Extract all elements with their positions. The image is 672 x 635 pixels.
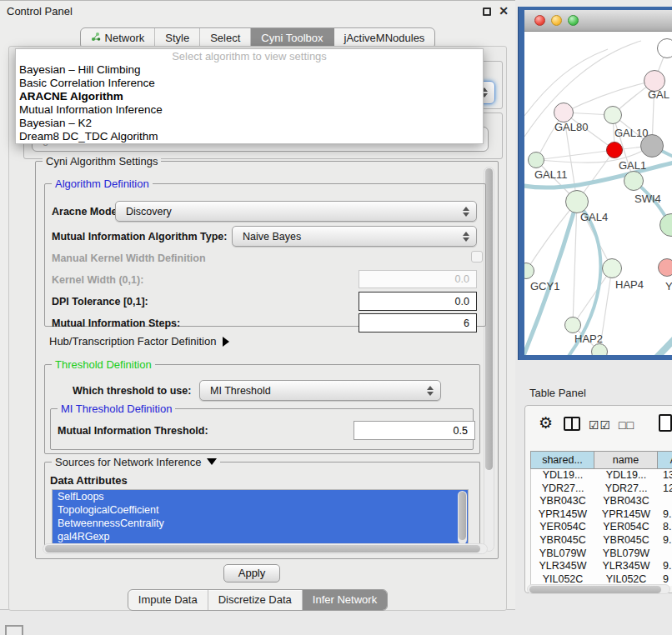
dpi-tolerance-label: DPI Tolerance [0,1]: (52, 296, 148, 308)
float-window-icon[interactable] (483, 8, 491, 16)
network-node[interactable] (564, 317, 581, 333)
node-label: GAL10 (614, 127, 648, 139)
node-label: GAL11 (534, 168, 568, 181)
zoom-traffic-light[interactable] (568, 15, 579, 26)
network-node[interactable] (602, 258, 622, 278)
node-label: GAL4 (580, 211, 608, 223)
table-row[interactable]: YPR145WYPR145W9. (531, 508, 672, 522)
table-panel: ⚙ ☑☑ □□ shared... name A YDL19...YDL19..… (524, 405, 672, 593)
list-item[interactable]: gal4RGexp (53, 530, 468, 543)
sources-group: Sources for Network Inference Data Attri… (44, 462, 480, 550)
settings-scrollbar-thumb[interactable] (485, 168, 493, 470)
table-header-row: shared... name A (530, 451, 672, 469)
aracne-mode-combobox[interactable]: Discovery (115, 201, 477, 222)
node-label: GAL1 (619, 159, 646, 172)
dropdown-placeholder: Select algorithm to view settings (16, 49, 483, 63)
tab-impute-data[interactable]: Impute Data (128, 590, 208, 610)
node-label: SWI4 (634, 192, 661, 205)
table-row[interactable]: YBR043CYBR043C (531, 495, 672, 508)
network-node-salmon[interactable] (658, 258, 672, 277)
table-row[interactable]: YBL079WYBL079W (531, 548, 672, 561)
network-node-red[interactable] (606, 142, 623, 158)
combo-steppers-icon (463, 207, 469, 217)
panel-title: Control Panel (7, 5, 73, 18)
network-icon (91, 32, 101, 44)
tab-label: Select (210, 32, 240, 44)
table-row[interactable]: YDL19...YDL19...13 (531, 469, 672, 482)
network-node[interactable] (657, 38, 672, 58)
list-scrollbar-thumb[interactable] (459, 492, 466, 540)
algorithm-definition-group: Algorithm Definition Aracne Mode: Discov… (44, 183, 486, 327)
network-node[interactable] (591, 343, 608, 355)
table-row[interactable]: YBR045CYBR045C9. (531, 534, 672, 548)
dropdown-item[interactable]: Dream8 DC_TDC Algorithm (16, 130, 483, 143)
list-scrollbar[interactable] (458, 491, 467, 544)
hub-definition-expander[interactable]: Hub/Transcription Factor Definition (49, 335, 229, 348)
algorithm-dropdown-list: Select algorithm to view settings Bayesi… (15, 48, 484, 144)
network-node[interactable] (565, 190, 589, 213)
dropdown-item[interactable]: Bayesian – K2 (16, 117, 483, 130)
split-column-icon[interactable] (564, 417, 580, 431)
column-header-shared[interactable]: shared... (530, 451, 594, 469)
network-canvas[interactable]: GAL GAL80 GAL10 GAL1 GAL11 SWI4 GAL4 GCY… (524, 32, 672, 355)
table-row[interactable]: YER054CYER054C8. (531, 521, 672, 534)
list-item[interactable]: SelfLoops (53, 490, 468, 503)
control-panel-titlebar: Control Panel ✕ (0, 1, 515, 22)
manual-kernel-checkbox[interactable] (471, 251, 483, 262)
combo-value: Naive Bayes (243, 231, 301, 242)
combo-value: Discovery (126, 206, 172, 218)
mi-type-combobox[interactable]: Naive Bayes (232, 226, 477, 247)
network-node[interactable] (624, 171, 644, 191)
settings-hscrollbar[interactable] (43, 543, 488, 554)
control-panel-window: Control Panel ✕ Network Style Select Cyn… (0, 0, 515, 610)
network-node[interactable] (604, 106, 622, 124)
collapse-arrow-icon (207, 458, 217, 465)
close-traffic-light[interactable] (534, 15, 545, 26)
list-item[interactable]: TopologicalCoefficient (53, 503, 468, 517)
kernel-width-label: Kernel Width (0,1): (52, 274, 143, 286)
table-hscrollbar[interactable] (527, 584, 670, 594)
sources-collapser[interactable]: Sources for Network Inference (52, 456, 220, 468)
kernel-width-field[interactable] (359, 270, 477, 288)
node-label: HAP2 (574, 332, 603, 345)
document-icon[interactable] (659, 414, 672, 432)
checked-pair-icon[interactable]: ☑☑ (589, 418, 611, 432)
node-label: Y (665, 280, 672, 292)
tab-discretize-data[interactable]: Discretize Data (208, 590, 303, 610)
group-title: Threshold Definition (52, 358, 155, 371)
node-label: GCY1 (530, 280, 559, 292)
mi-steps-field[interactable] (359, 313, 477, 332)
tab-label: Infer Network (313, 593, 377, 606)
dropdown-item[interactable]: Mutual Information Inference (16, 103, 483, 117)
tab-infer-network[interactable]: Infer Network (303, 590, 387, 610)
tab-label: Style (165, 32, 189, 44)
table-row[interactable]: YDR27...YDR27...12 (531, 482, 672, 496)
settings-hscrollbar-thumb[interactable] (45, 545, 480, 552)
dropdown-item[interactable]: Basic Correlation Inference (16, 77, 483, 90)
apply-button[interactable]: Apply (223, 564, 280, 582)
table-hscrollbar-thumb[interactable] (529, 586, 661, 593)
close-icon[interactable]: ✕ (499, 4, 509, 18)
network-node[interactable] (528, 152, 544, 168)
unchecked-pair-icon[interactable]: □□ (619, 418, 634, 432)
tab-label: Cyni Toolbox (261, 32, 323, 44)
list-item[interactable]: BetweennessCentrality (53, 517, 468, 530)
dropdown-item-selected[interactable]: ARACNE Algorithm (16, 90, 483, 103)
dropdown-item[interactable]: Bayesian – Hill Climbing (16, 63, 483, 77)
aracne-mode-label: Aracne Mode: (52, 206, 121, 218)
mi-threshold-field[interactable] (354, 421, 475, 440)
column-header-cut[interactable]: A (657, 451, 672, 469)
corner-grip-icon[interactable] (5, 625, 23, 635)
network-node[interactable] (554, 102, 574, 122)
group-title: Algorithm Definition (52, 178, 153, 190)
network-window-titlebar[interactable] (524, 10, 672, 32)
table-row[interactable]: YLR345WYLR345W9. (531, 560, 672, 573)
network-view-window: GAL GAL80 GAL10 GAL1 GAL11 SWI4 GAL4 GCY… (519, 7, 672, 360)
minimize-traffic-light[interactable] (551, 15, 562, 26)
which-threshold-combobox[interactable]: MI Threshold (199, 380, 441, 401)
gear-icon[interactable]: ⚙ (539, 413, 553, 432)
column-header-name[interactable]: name (594, 451, 657, 469)
tab-label: Network (105, 32, 145, 44)
dpi-tolerance-field[interactable] (359, 292, 477, 311)
mi-threshold-label: Mutual Information Threshold: (58, 425, 208, 437)
